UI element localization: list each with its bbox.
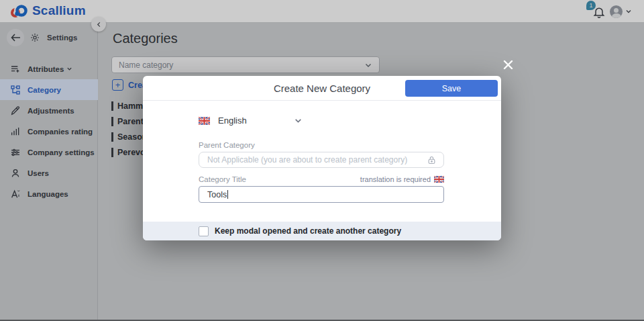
language-value: English	[218, 116, 247, 126]
category-title-label: Category Title	[199, 175, 246, 183]
app-window: Scallium 1	[0, 0, 644, 321]
keep-modal-checkbox[interactable]	[199, 226, 209, 236]
modal-footer: Keep modal opened and create another cat…	[143, 222, 501, 240]
parent-category-label: Parent Category	[199, 141, 255, 149]
parent-category-input[interactable]	[207, 155, 427, 165]
uk-flag-icon	[434, 176, 444, 183]
chevron-down-icon	[294, 116, 303, 125]
text-cursor	[227, 190, 228, 199]
parent-category-field	[199, 152, 444, 168]
lock-icon	[427, 155, 437, 165]
modal-close-button[interactable]	[500, 56, 516, 73]
translation-required-hint: translation is required	[360, 175, 444, 183]
language-select[interactable]: English	[199, 116, 303, 126]
keep-modal-checkbox-label: Keep modal opened and create another cat…	[215, 226, 401, 236]
create-category-modal: Create New Category Save English	[143, 76, 501, 240]
uk-flag-icon	[199, 117, 210, 125]
category-title-input[interactable]: Tools	[199, 186, 444, 203]
modal-header: Create New Category Save	[143, 76, 501, 101]
save-button[interactable]: Save	[405, 80, 498, 97]
close-icon	[502, 59, 514, 71]
